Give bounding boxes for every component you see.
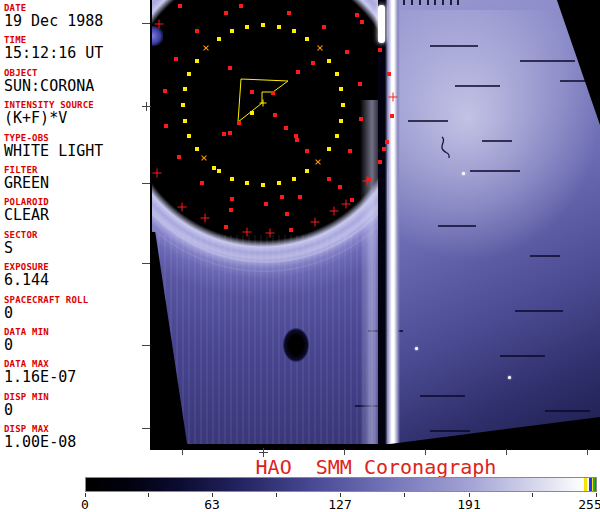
field-label: DATA MIN	[4, 327, 148, 337]
red-fiducial-dot	[390, 114, 394, 118]
corona-striations	[152, 235, 378, 447]
colorbar-minor-tick	[404, 493, 405, 497]
dark-squiggle-artifact	[438, 136, 454, 160]
rotation-wedge-bottom	[152, 444, 392, 450]
red-fiducial-dot	[284, 126, 288, 130]
telemetry-field: FILTERGREEN	[4, 165, 148, 191]
yellow-fiducial-dot	[250, 111, 254, 115]
left-axis-tick	[142, 428, 150, 429]
yellow-fiducial-dot	[341, 103, 345, 107]
colorbar-label: 0	[81, 497, 89, 512]
yellow-fiducial-dot	[339, 119, 343, 123]
field-label: SECTOR	[4, 230, 148, 240]
yellow-fiducial-dot	[277, 181, 281, 185]
red-fiducial-dot	[264, 202, 268, 206]
red-fiducial-dot	[355, 13, 359, 17]
yellow-fiducial-dot	[195, 147, 199, 151]
red-fiducial-dot	[224, 11, 228, 15]
red-fiducial-dot	[359, 117, 363, 121]
field-value: 19 Dec 1988	[4, 14, 148, 29]
telemetry-field: POLAROIDCLEAR	[4, 197, 148, 223]
telemetry-sidebar: DATE19 Dec 1988TIME15:12:16 UTOBJECTSUN:…	[0, 0, 150, 450]
red-fiducial-dot	[228, 66, 232, 70]
yellow-fiducial-dot	[292, 177, 296, 181]
telemetry-field: TYPE-OBSWHITE LIGHT	[4, 133, 148, 159]
yellow-plus-marker	[260, 100, 267, 107]
yellow-fiducial-dot	[305, 37, 309, 41]
red-fiducial-dot	[298, 195, 302, 199]
red-fiducial-dot	[360, 20, 364, 24]
yellow-fiducial-dot	[217, 169, 221, 173]
red-fiducial-dot	[289, 228, 293, 232]
yellow-fiducial-dot	[181, 103, 185, 107]
yellow-fiducial-dot	[327, 147, 331, 151]
frame-edge-glint	[152, 26, 163, 46]
yellow-fiducial-dot	[327, 59, 331, 63]
red-fiducial-dot	[222, 132, 226, 136]
red-plus-marker	[201, 214, 210, 223]
top-edge-mark	[450, 0, 452, 5]
left-axis-tick	[142, 345, 150, 346]
yellow-fiducial-dot	[183, 119, 187, 123]
red-fiducial-dot	[338, 185, 342, 189]
colorbar-label: 127	[328, 497, 351, 512]
intensity-colorbar	[85, 477, 597, 492]
yellow-fiducial-dot	[261, 183, 265, 187]
colorbar-minor-tick	[276, 493, 277, 497]
red-fiducial-dot	[273, 113, 277, 117]
field-value: 0	[4, 306, 148, 321]
top-edge-mark	[419, 0, 421, 5]
red-fiducial-dot	[230, 197, 234, 201]
telemetry-field: EXPOSURE6.144	[4, 262, 148, 288]
field-value: SUN:CORONA	[4, 79, 148, 94]
red-fiducial-dot	[164, 124, 168, 128]
coronagraph-image-frame	[152, 0, 600, 450]
dark-streak	[482, 140, 512, 142]
dark-streak	[520, 60, 575, 62]
red-fiducial-dot	[250, 90, 254, 94]
yellow-fiducial-dot	[195, 59, 199, 63]
top-edge-mark	[427, 0, 429, 5]
white-speck	[415, 347, 418, 350]
dark-streak	[455, 85, 500, 87]
yellow-fiducial-dot	[335, 72, 339, 76]
red-plus-marker	[155, 20, 164, 29]
field-value: 6.144	[4, 273, 148, 288]
red-plus-marker	[178, 203, 187, 212]
yellow-fiducial-dot	[245, 25, 249, 29]
dark-streak	[545, 410, 590, 412]
red-fiducial-dot	[271, 91, 275, 95]
seam-bright-band	[360, 100, 380, 447]
top-edge-mark	[434, 0, 436, 5]
red-fiducial-dot	[378, 48, 382, 52]
yellow-fiducial-dot	[230, 29, 234, 33]
red-plus-marker	[342, 200, 351, 209]
dark-streak	[420, 395, 465, 397]
telemetry-field: TIME15:12:16 UT	[4, 35, 148, 61]
field-value: 0	[4, 403, 148, 418]
yellow-fiducial-dot	[230, 177, 234, 181]
telemetry-field: SPACECRAFT ROLL0	[4, 295, 148, 321]
red-fiducial-dot	[305, 149, 309, 153]
red-fiducial-dot	[229, 208, 233, 212]
yellow-fiducial-dot	[183, 87, 187, 91]
red-fiducial-dot	[296, 70, 300, 74]
yellow-fiducial-dot	[187, 72, 191, 76]
dark-blemish	[283, 328, 309, 362]
red-fiducial-dot	[178, 4, 182, 8]
left-axis-suncenter-plus	[142, 102, 151, 111]
red-fiducial-dot	[378, 160, 382, 164]
bright-vertical-streak	[385, 0, 400, 447]
field-value: (K+F)*V	[4, 111, 148, 126]
colorbar-minor-tick	[148, 493, 149, 497]
telemetry-field: DATE19 Dec 1988	[4, 3, 148, 29]
red-fiducial-dot	[322, 25, 326, 29]
red-fiducial-dot	[385, 140, 389, 144]
red-fiducial-dot	[382, 147, 386, 151]
red-fiducial-dot	[174, 57, 178, 61]
field-value: CLEAR	[4, 208, 148, 223]
red-fiducial-dot	[200, 181, 204, 185]
telemetry-field: SECTORS	[4, 230, 148, 256]
instrument-title: HAO SMM Coronagraph	[152, 455, 600, 479]
colorbar-label: 255	[578, 497, 600, 512]
